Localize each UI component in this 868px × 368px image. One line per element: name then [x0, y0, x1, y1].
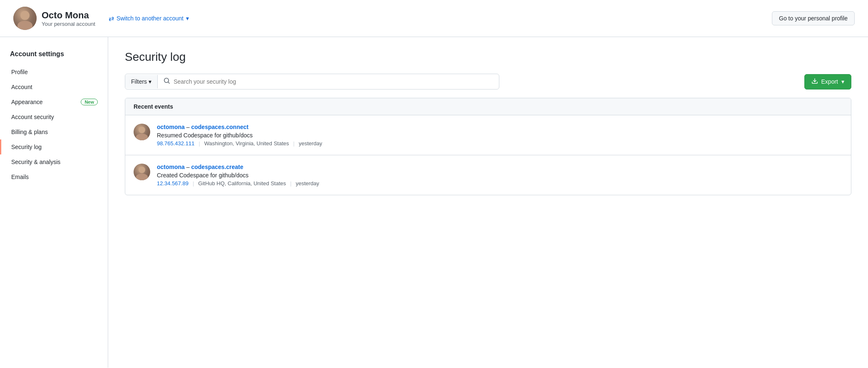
sidebar-item-emails[interactable]: Emails: [0, 169, 108, 184]
event-meta: 98.765.432.111 | Washington, Virginia, U…: [157, 140, 843, 147]
sidebar-title: Account settings: [0, 47, 108, 65]
sidebar-item-label: Appearance: [11, 99, 43, 105]
user-subtitle: Your personal account: [42, 21, 95, 27]
event-content: octomona – codespaces.create Created Cod…: [157, 164, 843, 186]
search-input[interactable]: [174, 78, 493, 85]
search-bar-row: Filters ▾: [125, 74, 851, 90]
sidebar-item-profile[interactable]: Profile: [0, 65, 108, 80]
chevron-down-icon: ▾: [841, 78, 844, 85]
sidebar-item-label: Emails: [11, 174, 29, 180]
event-time: yesterday: [299, 140, 322, 147]
table-row: octomona – codespaces.create Created Cod…: [125, 155, 851, 195]
switch-account-link[interactable]: ⇄ Switch to another account ▾: [109, 15, 189, 22]
sidebar-item-label: Account security: [11, 114, 54, 120]
search-icon: [164, 77, 170, 86]
sidebar-item-account-security[interactable]: Account security: [0, 109, 108, 124]
event-description: Resumed Codespace for github/docs: [157, 132, 843, 139]
avatar: [134, 164, 150, 180]
chevron-down-icon: ▾: [149, 78, 151, 85]
separator: |: [193, 180, 194, 186]
separator: |: [198, 140, 200, 147]
sidebar-item-appearance[interactable]: Appearance New: [0, 94, 108, 109]
user-info: Octo Mona Your personal account: [42, 10, 95, 27]
event-action-link[interactable]: codespaces.connect: [191, 124, 248, 130]
avatar: [13, 7, 37, 30]
sidebar-item-account[interactable]: Account: [0, 80, 108, 94]
filters-button[interactable]: Filters ▾: [125, 75, 158, 88]
separator: |: [293, 140, 295, 147]
sidebar-item-label: Billing & plans: [11, 129, 48, 135]
header-left: Octo Mona Your personal account ⇄ Switch…: [13, 7, 189, 30]
sidebar-item-label: Account: [11, 84, 32, 90]
event-action-link[interactable]: codespaces.create: [191, 164, 243, 170]
event-ip-link[interactable]: 98.765.432.111: [157, 140, 194, 147]
avatar: [134, 124, 150, 140]
switch-label: Switch to another account: [117, 15, 184, 22]
sidebar-item-label: Security log: [11, 144, 42, 150]
new-badge: New: [81, 99, 98, 105]
event-meta: 12.34.567.89 | GitHub HQ, California, Un…: [157, 180, 843, 186]
event-location: GitHub HQ, California, United States: [198, 180, 286, 186]
download-icon: [811, 78, 818, 86]
export-button[interactable]: Export ▾: [804, 74, 851, 90]
export-label: Export: [821, 78, 838, 85]
page-title: Security log: [125, 50, 851, 64]
event-ip-link[interactable]: 12.34.567.89: [157, 180, 188, 186]
event-time: yesterday: [296, 180, 319, 186]
sidebar-item-security-analysis[interactable]: Security & analysis: [0, 154, 108, 169]
header: Octo Mona Your personal account ⇄ Switch…: [0, 0, 868, 37]
event-user-link[interactable]: octomona: [157, 124, 185, 130]
table-row: octomona – codespaces.connect Resumed Co…: [125, 115, 851, 155]
user-name: Octo Mona: [42, 10, 95, 21]
layout: Account settings Profile Account Appeara…: [0, 37, 868, 368]
event-description: Created Codespace for github/docs: [157, 172, 843, 179]
main-content: Security log Filters ▾: [108, 37, 868, 368]
sidebar-item-label: Security & analysis: [11, 159, 60, 165]
search-input-wrap: [158, 74, 499, 89]
events-section-title: Recent events: [125, 98, 851, 115]
event-dash: –: [185, 164, 191, 170]
event-location: Washington, Virginia, United States: [204, 140, 289, 147]
search-container: Filters ▾: [125, 74, 499, 90]
event-title: octomona – codespaces.create: [157, 164, 843, 170]
chevron-down-icon: ▾: [186, 15, 189, 22]
event-content: octomona – codespaces.connect Resumed Co…: [157, 124, 843, 147]
goto-profile-button[interactable]: Go to your personal profile: [772, 11, 855, 25]
sidebar-item-label: Profile: [11, 69, 28, 75]
switch-icon: ⇄: [109, 15, 114, 22]
sidebar-item-security-log[interactable]: Security log: [0, 139, 108, 154]
event-title: octomona – codespaces.connect: [157, 124, 843, 130]
sidebar: Account settings Profile Account Appeara…: [0, 37, 108, 368]
separator: |: [290, 180, 291, 186]
event-user-link[interactable]: octomona: [157, 164, 185, 170]
filters-label: Filters: [131, 78, 147, 85]
event-dash: –: [185, 124, 191, 130]
sidebar-item-billing[interactable]: Billing & plans: [0, 124, 108, 139]
events-section: Recent events octomona – codespaces.conn…: [125, 98, 851, 195]
